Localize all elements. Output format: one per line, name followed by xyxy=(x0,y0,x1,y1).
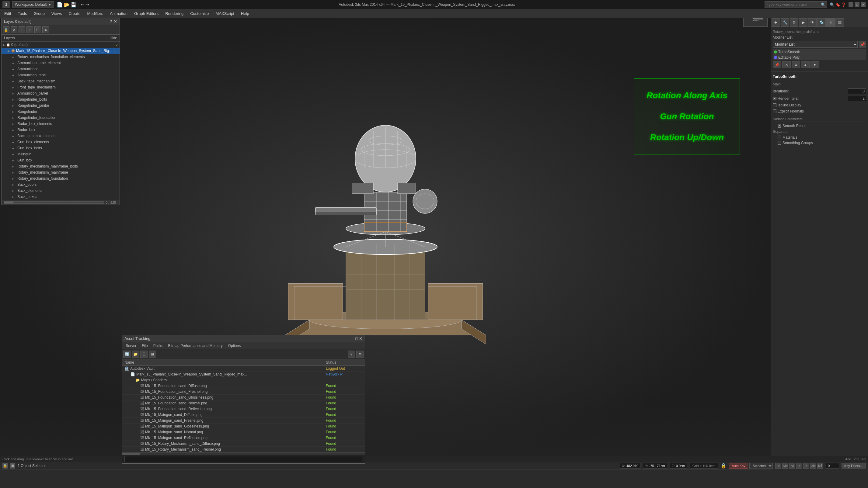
modifier-entry-editable-poly[interactable]: Editable Poly xyxy=(773,55,866,60)
asset-row-reflect1[interactable]: 🖼Mk_15_Foundation_sand_Reflection.png Fo… xyxy=(122,406,365,412)
asset-row-fresnel1[interactable]: 🖼Mk_15_Foundation_sand_Fresnel.png Found xyxy=(122,389,365,395)
pb-prev[interactable]: ◁ xyxy=(789,463,795,469)
asset-tool-refresh[interactable]: 🔄 xyxy=(123,351,130,358)
layers-scroll-track[interactable] xyxy=(4,201,104,204)
layer-item-radar-box[interactable]: ▸ Radar_box xyxy=(2,127,120,133)
pb-next[interactable]: ▷ xyxy=(803,463,809,469)
layer-item-default[interactable]: ▶ 📋 0 (default) ✓ xyxy=(2,42,120,48)
iterations-input[interactable] xyxy=(848,89,866,94)
isoline-check[interactable] xyxy=(773,103,776,107)
asset-row-diffuse1[interactable]: 🖼Mk_15_Foundation_sand_Diffuse.png Found xyxy=(122,383,365,389)
asset-tool-list[interactable]: ☰ xyxy=(140,351,148,358)
mod-settings-btn[interactable]: ⚙ xyxy=(792,61,800,68)
menu-edit[interactable]: Edit xyxy=(1,10,14,17)
layer-item-range-janitor[interactable]: ▸ Rangefinder_janitor xyxy=(2,102,120,108)
asset-row-normal2[interactable]: 🖼Mk_15_Maingun_sand_Normal.png Found xyxy=(122,429,365,435)
asset-scroll-thumb[interactable] xyxy=(122,453,140,455)
mod-up-btn[interactable]: ▲ xyxy=(801,61,810,68)
layers-scroll-bar[interactable]: 0 / 225 xyxy=(2,200,120,205)
asset-row-normal1[interactable]: 🖼Mk_15_Foundation_sand_Normal.png Found xyxy=(122,400,365,406)
rtab-hierarchy[interactable]: ⚙ xyxy=(790,18,798,27)
asset-row-fresnel2[interactable]: 🖼Mk_15_Maingun_sand_Fresnel.png Found xyxy=(122,418,365,424)
layer-item-ammunitions[interactable]: ▸ Ammunitions xyxy=(2,66,120,72)
smoothing-groups-check[interactable] xyxy=(778,141,781,145)
layer-tool-add[interactable]: + xyxy=(19,27,25,33)
layer-item-rotary-mainframe-bolts[interactable]: ▸ Rotary_mechanism_mainframe_bolts xyxy=(2,163,120,169)
menu-modifiers[interactable]: Modifiers xyxy=(84,10,106,17)
menu-help[interactable]: Help xyxy=(238,10,252,17)
menu-group[interactable]: Group xyxy=(31,10,48,17)
layer-tool-lock[interactable]: 🔒 xyxy=(3,27,9,33)
layer-item-ammo-tape[interactable]: ▸ Ammunition_tape xyxy=(2,72,120,78)
asset-menu-server[interactable]: Server xyxy=(123,343,139,349)
key-filters-btn[interactable]: Key Filters... xyxy=(841,463,866,468)
z-coord[interactable]: Z: 0.0cm xyxy=(670,463,687,468)
asset-menu-file[interactable]: File xyxy=(140,343,150,349)
maximize-btn[interactable]: □ xyxy=(855,2,860,7)
layer-tool-move-obj[interactable]: ↑ xyxy=(27,27,33,33)
mod-pin-btn[interactable]: 📌 xyxy=(773,61,781,68)
layer-item-ammo-tape-elem[interactable]: ▸ Ammunition_tape_element xyxy=(2,60,120,66)
layers-close-btn[interactable]: ✕ xyxy=(114,19,117,24)
asset-path-input[interactable] xyxy=(124,456,362,462)
menu-maxscript[interactable]: MAXScript xyxy=(213,10,237,17)
modifier-pin-btn[interactable]: 📌 xyxy=(859,41,866,48)
layer-item-rotary-mainframe[interactable]: ▸ Rotary_mechanism_mainframe xyxy=(2,169,120,175)
mod-delete-btn[interactable]: ✕ xyxy=(782,61,791,68)
asset-tool-settings[interactable]: ⚙ xyxy=(356,351,364,358)
layer-item-back-elements[interactable]: ▸ Back_elements xyxy=(2,188,120,194)
help-btn[interactable]: ❓ xyxy=(841,2,846,7)
pb-start[interactable]: |◁ xyxy=(775,463,781,469)
layer-tool-delete[interactable]: ✕ xyxy=(11,27,17,33)
grid-icon[interactable]: ⊞ xyxy=(10,463,15,468)
asset-row-fresnel3[interactable]: 🖼Mk_15_Rotary_Mechanism_sand_Fresnel.png… xyxy=(122,447,365,452)
smooth-result-check[interactable]: ✓ xyxy=(778,124,781,128)
new-file-btn[interactable]: 📄 xyxy=(57,2,63,8)
asset-tool-folder[interactable]: 📁 xyxy=(132,351,139,358)
selected-dropdown[interactable]: Selected xyxy=(749,463,773,469)
asset-menu-paths[interactable]: Paths xyxy=(151,343,165,349)
asset-row-diffuse2[interactable]: 🖼Mk_15_Maingun_sand_Diffuse.png Found xyxy=(122,412,365,418)
mod-down-btn[interactable]: ▼ xyxy=(810,61,819,68)
layers-help-btn[interactable]: ? xyxy=(110,19,112,24)
layer-tool-select[interactable]: ☐ xyxy=(34,27,41,33)
layer-item-range-foundation[interactable]: ▸ Rangefinder_foundation xyxy=(2,115,120,121)
lock-icon[interactable]: 🔒 xyxy=(2,463,8,468)
asset-row-vault[interactable]: 🏦Autodesk Vault Logged Out xyxy=(122,366,365,371)
open-file-btn[interactable]: 📂 xyxy=(64,2,70,8)
modifier-dropdown[interactable]: Modifier List xyxy=(773,41,858,48)
frame-input-box[interactable] xyxy=(826,463,839,468)
render-iters-check[interactable]: ✓ xyxy=(773,97,776,100)
layer-item-back-gun-box[interactable]: ▸ Back_gun_box_element xyxy=(2,133,120,139)
pb-end[interactable]: ▷| xyxy=(817,463,823,469)
redo-btn[interactable]: ↪ xyxy=(86,2,89,7)
asset-row-diffuse3[interactable]: 🖼Mk_15_Rotary_Mechanism_sand_Diffuse.png… xyxy=(122,441,365,447)
asset-close-btn[interactable]: ✕ xyxy=(359,336,362,341)
asset-menu-options[interactable]: Options xyxy=(226,343,243,349)
save-btn[interactable]: 💾 xyxy=(70,2,77,8)
search-tool-btn[interactable]: 🔍 xyxy=(830,2,835,7)
menu-animation[interactable]: Animation xyxy=(107,10,130,17)
minimize-btn[interactable]: — xyxy=(848,2,854,7)
search-icon[interactable]: 🔍 xyxy=(819,2,827,7)
close-btn[interactable]: ✕ xyxy=(861,2,866,7)
y-coord[interactable]: Y: -75.171cm xyxy=(643,463,667,468)
layer-item-gun-box-elem[interactable]: ▸ Gun_box_elements xyxy=(2,139,120,145)
asset-scroll-bar[interactable] xyxy=(122,452,365,455)
search-input[interactable] xyxy=(765,1,819,8)
layers-list[interactable]: ▶ 📋 0 (default) ✓ ▶ 📦 Mark_15_Phalanx_Cl… xyxy=(2,42,120,200)
layer-item-back-doors[interactable]: ▸ Back_doors xyxy=(2,182,120,188)
bookmark-btn[interactable]: 🔖 xyxy=(835,2,840,7)
current-frame-input[interactable] xyxy=(828,464,837,468)
menu-create[interactable]: Create xyxy=(65,10,83,17)
layer-item-rotary-foundation[interactable]: ▸ Rotary_mechanism_foundation_elements xyxy=(2,54,120,60)
rtab-modify[interactable]: 🔧 xyxy=(781,18,789,27)
layer-item-back-boxes[interactable]: ▸ Back_boxes xyxy=(2,194,120,200)
asset-row-max-file[interactable]: 📄Mark_15_Phalanx_Close-In_Weapon_System_… xyxy=(122,371,365,377)
layer-item-front-tape[interactable]: ▸ Front_tape_mechanism xyxy=(2,84,120,90)
rtab-utilities[interactable]: 🔩 xyxy=(817,18,826,27)
modifier-entry-turbosmooth[interactable]: TurboSmooth xyxy=(773,49,866,55)
rtab-active[interactable]: ≡ xyxy=(826,18,835,27)
lock-btn[interactable]: 🔒 xyxy=(720,463,726,468)
layer-item-ammo-barrel[interactable]: ▸ Ammunition_barrel xyxy=(2,90,120,96)
